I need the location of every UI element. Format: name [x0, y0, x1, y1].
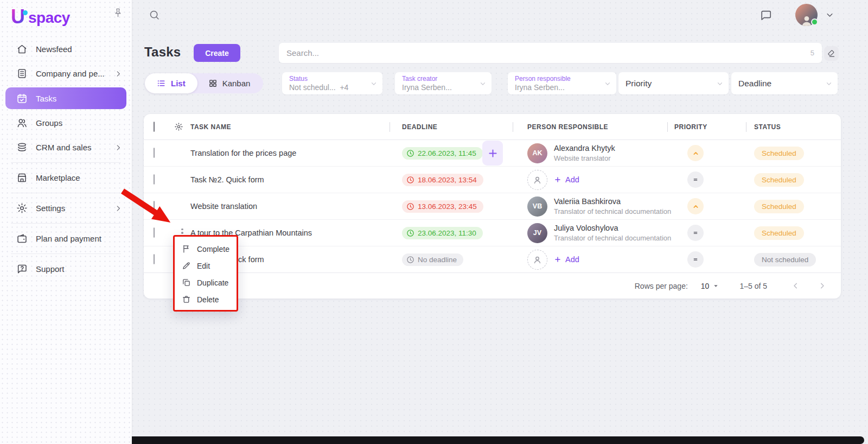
filter-status[interactable]: Status Not schedul... +4 — [282, 72, 382, 94]
sidebar-item-tasks[interactable]: Tasks — [5, 87, 126, 109]
table-row: Website translation 13.06.2023, 23:45 VB… — [144, 193, 841, 220]
status-badge[interactable]: Scheduled — [754, 200, 804, 213]
row-checkbox[interactable] — [154, 201, 155, 211]
rows-per-page-select[interactable]: 10 — [701, 282, 719, 290]
sidebar-item-support[interactable]: Support — [0, 257, 132, 281]
logo-text: spacy — [28, 9, 70, 27]
filter-deadline[interactable]: Deadline — [731, 72, 838, 94]
status-badge[interactable]: Scheduled — [754, 226, 804, 240]
clear-filters-button[interactable] — [824, 46, 839, 61]
priority-high-icon[interactable] — [687, 145, 704, 161]
gear-icon — [16, 202, 28, 214]
person-cell: Add — [520, 250, 674, 270]
tab-kanban-view[interactable]: Kanban — [197, 73, 261, 93]
person-avatar: JV — [527, 223, 547, 243]
menu-item-edit[interactable]: Edit — [175, 257, 237, 274]
sidebar-item-label: Tasks — [36, 94, 121, 103]
column-separator — [667, 122, 668, 132]
person-role: Translator of technical documentation — [554, 233, 671, 243]
filter-label: Person responsible — [515, 75, 602, 83]
column-separator — [390, 122, 390, 132]
search-icon[interactable] — [149, 9, 160, 21]
sidebar-item-plan-payment[interactable]: Plan and payment — [0, 226, 132, 251]
filter-person-responsible[interactable]: Person responsible Iryna Serben... — [508, 72, 616, 94]
task-name-link[interactable]: Website translation — [190, 202, 395, 211]
filter-label: Status — [289, 75, 368, 83]
next-page-button[interactable] — [815, 279, 829, 293]
chevron-right-icon — [114, 70, 122, 78]
row-checkbox[interactable] — [154, 148, 155, 158]
filter-task-creator[interactable]: Task creator Iryna Serben... — [395, 72, 492, 94]
priority-high-icon[interactable] — [687, 198, 704, 214]
status-badge[interactable]: Scheduled — [754, 173, 804, 187]
deadline-pill[interactable]: 13.06.2023, 23:45 — [402, 200, 483, 213]
row-checkbox[interactable] — [154, 227, 155, 238]
menu-item-complete[interactable]: Complete — [175, 240, 237, 257]
person-name: Alexandra Khytyk — [554, 143, 615, 154]
add-deadline-plus-button[interactable] — [482, 141, 503, 166]
chevron-down-icon — [825, 80, 833, 87]
person-cell: VB Valeriia BashkirovaTranslator of tech… — [520, 196, 674, 217]
chevron-down-icon[interactable] — [825, 10, 834, 20]
sidebar-item-label: Company and pe... — [36, 69, 114, 78]
sidebar-item-newsfeed[interactable]: Newsfeed — [0, 37, 132, 61]
deadline-pill[interactable]: No deadline — [402, 253, 463, 266]
deadline-pill[interactable]: 18.06.2023, 13:54 — [402, 174, 483, 186]
deadline-pill[interactable]: 23.06.2023, 11:30 — [402, 227, 483, 239]
filter-priority[interactable]: Priority — [618, 72, 729, 94]
chevron-down-icon — [604, 80, 611, 87]
person-role: Website translator — [554, 154, 615, 163]
status-badge[interactable]: Scheduled — [754, 147, 804, 160]
filter-value: Iryna Serben... — [402, 83, 477, 92]
column-header-priority: PRIORITY — [674, 123, 754, 131]
column-separator — [513, 122, 513, 132]
tab-label: Kanban — [222, 79, 251, 88]
table-row: Task №2. Quick form 18.06.2023, 13:54 Ad… — [144, 167, 841, 193]
task-name-link[interactable]: Translation for the prices page — [190, 149, 395, 157]
row-checkbox[interactable] — [154, 254, 155, 264]
sidebar-item-marketplace[interactable]: Marketplace — [0, 166, 132, 190]
task-name-link[interactable]: Task №2. Quick form — [190, 175, 395, 184]
calendar-check-icon — [16, 93, 28, 104]
menu-item-delete[interactable]: Delete — [175, 291, 237, 308]
menu-item-duplicate[interactable]: Duplicate — [175, 274, 237, 291]
sidebar-item-label: Newsfeed — [36, 45, 122, 54]
view-toggle: List Kanban — [145, 73, 263, 93]
status-badge[interactable]: Not scheduled — [754, 253, 816, 267]
tasks-search-bar: 5 — [279, 43, 822, 63]
sidebar-item-groups[interactable]: Groups — [0, 111, 132, 135]
column-separator — [746, 122, 746, 132]
trash-icon — [182, 295, 191, 304]
building-icon — [16, 68, 28, 79]
chat-bubble-icon[interactable] — [760, 9, 772, 21]
add-person-button[interactable]: Add — [554, 255, 579, 264]
sidebar-divider — [11, 253, 121, 254]
priority-normal-icon[interactable] — [687, 225, 704, 241]
tasks-search-input[interactable] — [279, 48, 810, 58]
create-button[interactable]: Create — [194, 44, 240, 62]
menu-item-label: Edit — [197, 262, 210, 270]
sidebar-divider — [11, 162, 121, 163]
sidebar-item-company[interactable]: Company and pe... — [0, 61, 132, 86]
chevron-down-icon — [370, 80, 378, 87]
person-avatar: VB — [527, 196, 547, 217]
tab-list-view[interactable]: List — [145, 73, 197, 93]
row-checkbox[interactable] — [154, 174, 155, 185]
table-settings-gear-icon[interactable] — [174, 122, 190, 131]
priority-normal-icon[interactable] — [687, 172, 704, 188]
priority-normal-icon[interactable] — [687, 251, 704, 268]
sidebar-item-settings[interactable]: Settings — [0, 196, 132, 220]
chevron-down-icon — [716, 80, 724, 87]
table-pagination: Rows per page: 10 1–5 of 5 — [144, 273, 841, 299]
select-all-checkbox[interactable] — [154, 122, 155, 132]
deadline-pill[interactable]: 22.06.2023, 11:45 — [402, 147, 483, 160]
chevron-right-icon — [114, 205, 122, 212]
previous-page-button[interactable] — [789, 279, 802, 293]
sidebar-pin-icon[interactable] — [113, 8, 123, 18]
logo-letter: U — [11, 7, 25, 27]
add-person-button[interactable]: Add — [554, 175, 579, 184]
sidebar-item-crm[interactable]: CRM and sales — [0, 135, 132, 160]
sidebar-item-label: Plan and payment — [36, 234, 122, 243]
list-icon — [157, 79, 166, 88]
filter-value: Not schedul... +4 — [289, 83, 368, 92]
